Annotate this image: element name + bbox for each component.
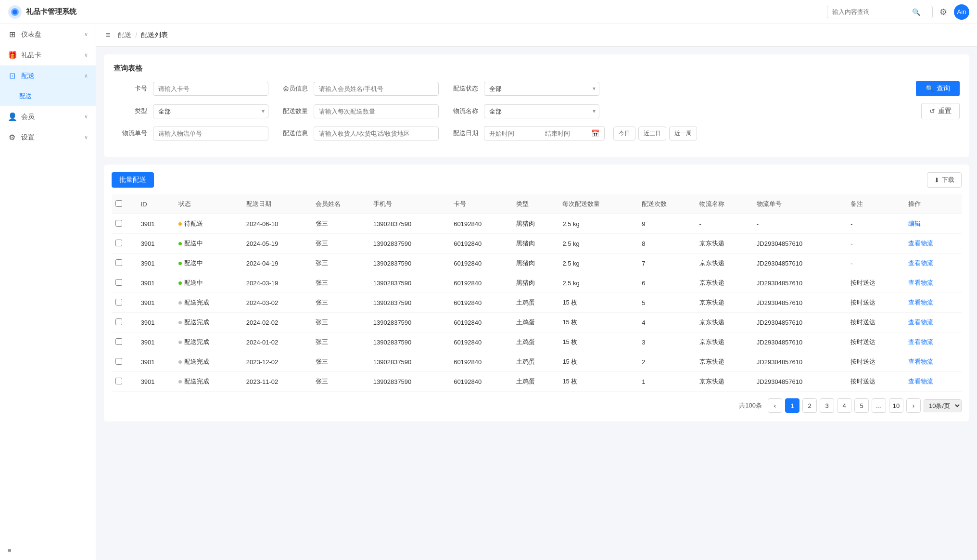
delivery-info-input[interactable] [314, 127, 439, 140]
cell-phone: 13902837590 [369, 313, 450, 332]
cell-remark: - [847, 254, 904, 273]
cell-action[interactable]: 查看物流 [904, 234, 962, 254]
action-btn[interactable]: 查看物流 [908, 377, 933, 386]
cell-member: 张三 [312, 313, 369, 332]
last3-btn[interactable]: 近三日 [638, 127, 666, 140]
delivery-qty-input[interactable] [314, 104, 439, 118]
download-button[interactable]: ⬇ 下载 [927, 172, 962, 188]
logistics-name-select[interactable]: 全部 京东快递 顺丰 [484, 104, 599, 118]
date-range-picker[interactable]: — 📅 [484, 126, 605, 140]
reset-button[interactable]: ↺ 重置 [921, 103, 960, 119]
page-btn-5[interactable]: 5 [854, 398, 869, 413]
col-status: 状态 [175, 194, 242, 214]
table-row: 3901 配送完成 2024-01-02 张三 13902837590 6019… [112, 332, 962, 352]
cell-id: 3901 [137, 352, 175, 372]
member-info-input[interactable] [314, 82, 439, 96]
row-checkbox[interactable] [115, 378, 122, 384]
action-btn[interactable]: 查看物流 [908, 259, 933, 267]
page-next-btn[interactable]: › [906, 398, 921, 413]
page-btn-10[interactable]: 10 [889, 398, 903, 413]
today-btn[interactable]: 今日 [613, 127, 635, 140]
page-btn-3[interactable]: 3 [820, 398, 834, 413]
breadcrumb-item-delivery[interactable]: 配送 [118, 31, 131, 39]
sidebar-item-label: 仪表盘 [21, 30, 79, 39]
header: 礼品卡管理系统 🔍 ⚙ Ain [0, 0, 977, 24]
header-search[interactable]: 🔍 [827, 6, 933, 18]
calendar-icon[interactable]: 📅 [591, 129, 599, 137]
end-date-input[interactable] [545, 130, 588, 137]
search-input[interactable] [832, 8, 909, 15]
action-btn[interactable]: 查看物流 [908, 298, 933, 307]
row-checkbox[interactable] [115, 240, 122, 246]
sidebar-item-delivery-sub[interactable]: 配送 [0, 86, 96, 106]
cell-logistics: 京东快递 [696, 352, 753, 372]
start-date-input[interactable] [489, 130, 533, 137]
page-prev-btn[interactable]: ‹ [768, 398, 782, 413]
cell-qty: 2.5 kg [558, 273, 638, 293]
cell-status: 配送中 [175, 234, 242, 254]
sidebar-item-dashboard[interactable]: ⊞ 仪表盘 ∨ [0, 24, 96, 45]
page-btn-4[interactable]: 4 [837, 398, 851, 413]
row-checkbox[interactable] [115, 338, 122, 345]
type-select[interactable]: 全部 黑猪肉 土鸡蛋 [153, 104, 268, 118]
cell-action[interactable]: 查看物流 [904, 273, 962, 293]
row-checkbox[interactable] [115, 220, 122, 227]
cell-action[interactable]: 查看物流 [904, 352, 962, 372]
page-btn-2[interactable]: 2 [802, 398, 817, 413]
breadcrumb-menu-icon[interactable]: ≡ [106, 31, 110, 39]
action-btn[interactable]: 查看物流 [908, 338, 933, 346]
cell-action[interactable]: 编辑 [904, 214, 962, 234]
page-btn-1[interactable]: 1 [785, 398, 799, 413]
sidebar-item-label: 礼品卡 [21, 51, 79, 60]
row-checkbox[interactable] [115, 279, 122, 286]
cell-qty: 2.5 kg [558, 234, 638, 254]
cell-card-no: 60192840 [450, 372, 512, 392]
cell-action[interactable]: 查看物流 [904, 372, 962, 392]
select-all-checkbox[interactable] [115, 200, 122, 207]
sidebar-item-settings[interactable]: ⚙ 设置 ∨ [0, 127, 96, 148]
action-btn[interactable]: 查看物流 [908, 357, 933, 366]
chevron-down-icon: ∨ [84, 134, 88, 140]
cell-action[interactable]: 查看物流 [904, 293, 962, 313]
cell-action[interactable]: 查看物流 [904, 313, 962, 332]
action-btn[interactable]: 编辑 [908, 219, 921, 228]
cell-id: 3901 [137, 372, 175, 392]
download-icon: ⬇ [934, 177, 939, 184]
cell-logistics: 京东快递 [696, 332, 753, 352]
logistics-no-input[interactable] [153, 127, 268, 140]
cell-date: 2023-11-02 [242, 372, 312, 392]
cell-times: 9 [638, 214, 695, 234]
batch-delivery-button[interactable]: 批量配送 [112, 172, 154, 188]
settings-icon[interactable]: ⚙ [939, 7, 947, 17]
action-btn[interactable]: 查看物流 [908, 239, 933, 248]
row-checkbox[interactable] [115, 318, 122, 325]
query-button[interactable]: 🔍 查询 [916, 81, 960, 96]
col-logistics-no: 物流单号 [753, 194, 847, 214]
delivery-status-wrap: 全部 待配送 配送中 配送完成 [484, 82, 599, 96]
cell-status: 配送完成 [175, 352, 242, 372]
last-week-btn[interactable]: 近一周 [669, 127, 697, 140]
sidebar-item-giftcard[interactable]: 🎁 礼品卡 ∨ [0, 45, 96, 65]
breadcrumb-current: 配送列表 [141, 31, 168, 39]
col-times: 配送次数 [638, 194, 695, 214]
row-checkbox[interactable] [115, 259, 122, 266]
action-btn[interactable]: 查看物流 [908, 318, 933, 327]
card-no-input[interactable] [153, 82, 268, 96]
delivery-status-select[interactable]: 全部 待配送 配送中 配送完成 [484, 82, 599, 96]
cell-action[interactable]: 查看物流 [904, 332, 962, 352]
cell-type: 黑猪肉 [512, 234, 558, 254]
row-checkbox[interactable] [115, 358, 122, 365]
sidebar-bottom-icon[interactable]: ≡ [0, 541, 96, 560]
cell-qty: 15 枚 [558, 313, 638, 332]
action-btn[interactable]: 查看物流 [908, 279, 933, 287]
cell-remark: - [847, 214, 904, 234]
sidebar-item-member[interactable]: 👤 会员 ∨ [0, 106, 96, 127]
page-size-select[interactable]: 10条/页 20条/页 50条/页 [924, 399, 962, 412]
row-checkbox[interactable] [115, 299, 122, 305]
settings-sidebar-icon: ⚙ [8, 133, 16, 142]
cell-logistics-no: JD29304857610 [753, 273, 847, 293]
cell-status: 配送中 [175, 273, 242, 293]
cell-action[interactable]: 查看物流 [904, 254, 962, 273]
sidebar-item-delivery[interactable]: ⊡ 配送 ∧ [0, 65, 96, 86]
avatar[interactable]: Ain [954, 4, 969, 20]
